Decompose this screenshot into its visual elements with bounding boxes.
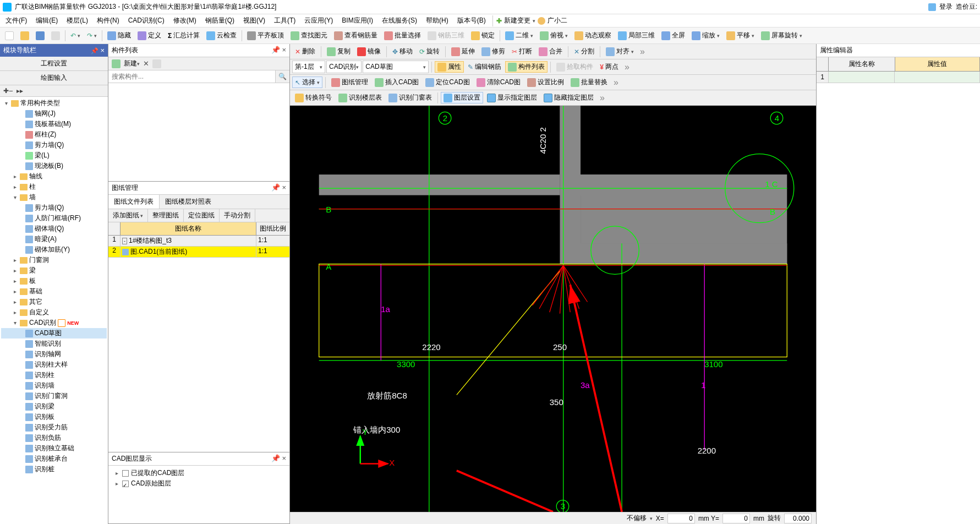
menu-bim[interactable]: BIM应用(I) — [338, 15, 376, 26]
close-button[interactable] — [48, 30, 63, 41]
view-rebar-button[interactable]: 查看钢筋量 — [331, 30, 380, 41]
tab-project-settings[interactable]: 工程设置 — [0, 57, 108, 71]
add-drawing-button[interactable]: 添加图纸▾ — [108, 209, 148, 222]
save-button[interactable] — [33, 30, 47, 41]
menu-modify[interactable]: 修改(M) — [170, 15, 200, 26]
prop-row-1[interactable]: 1 — [817, 72, 980, 83]
cad-rec-select[interactable]: CAD识别▾ — [326, 61, 362, 73]
hide-button[interactable]: 隐藏 — [105, 30, 134, 41]
recognize-door-button[interactable]: 识别门窗表 — [386, 92, 435, 103]
hide-layer-button[interactable]: 隐藏指定图层 — [541, 92, 596, 103]
copy-icon[interactable] — [152, 59, 161, 68]
x-input[interactable] — [667, 514, 695, 523]
overflow-icon[interactable]: » — [638, 47, 647, 57]
menu-floor[interactable]: 楼层(L) — [63, 15, 91, 26]
user-name[interactable]: 广小二 — [548, 16, 567, 25]
sum-calc-button[interactable]: Σ汇总计算 — [165, 30, 202, 41]
cad-draft-select[interactable]: CAD草图▾ — [363, 61, 429, 73]
layer-settings-button[interactable]: 图层设置 — [441, 92, 483, 103]
search-icon[interactable]: 🔍 — [275, 70, 289, 83]
break-button[interactable]: ✂打断 — [509, 46, 535, 57]
manual-split-button[interactable]: 手动分割 — [220, 209, 255, 222]
bird-view-button[interactable]: 俯视▾ — [537, 30, 571, 41]
overflow-icon[interactable]: » — [622, 62, 632, 72]
trim-button[interactable]: 修剪 — [479, 46, 508, 57]
drawing-mgr-button[interactable]: 图纸管理 — [329, 77, 371, 88]
layer-original[interactable]: ▸CAD原始图层 — [111, 478, 287, 489]
two-point-button[interactable]: ¥两点 — [597, 61, 621, 73]
open-button[interactable] — [18, 30, 32, 41]
tree-cad-draft[interactable]: CAD草图 — [1, 328, 107, 339]
menu-online[interactable]: 在线服务(S) — [379, 15, 420, 26]
properties-button[interactable]: 属性 — [435, 61, 464, 73]
menu-cad[interactable]: CAD识别(C) — [125, 15, 168, 26]
menu-version[interactable]: 版本号(B) — [454, 15, 489, 26]
tab-drawing-floor-map[interactable]: 图纸楼层对照表 — [160, 195, 217, 209]
rebar-3d-button[interactable]: 钢筋三维 — [425, 30, 467, 41]
offset-mode[interactable]: 不偏移 — [627, 514, 647, 523]
edit-rebar-button[interactable]: ✎编辑钢筋 — [465, 61, 504, 73]
cloud-check-button[interactable]: 云检查 — [204, 30, 239, 41]
pick-button[interactable]: 拾取构件 — [554, 61, 596, 73]
back-icon[interactable] — [112, 59, 121, 68]
align-top-button[interactable]: 平齐板顶 — [244, 30, 287, 41]
floor-select[interactable]: 第-1层▾ — [292, 61, 325, 73]
menu-help[interactable]: 帮助(H) — [423, 15, 452, 26]
user-avatar-icon[interactable] — [538, 17, 545, 25]
local-3d-button[interactable]: 局部三维 — [615, 30, 658, 41]
new-component-button[interactable]: 新建▾ — [124, 59, 140, 68]
collapse-all-icon[interactable]: ▸▸ — [17, 87, 23, 95]
pin-icon[interactable]: 📌 — [91, 47, 98, 54]
delete-button[interactable]: ✕删除 — [292, 46, 318, 57]
menu-tools[interactable]: 工具(T) — [271, 15, 299, 26]
copy-button[interactable]: 复制 — [324, 46, 353, 57]
redo-button[interactable]: ↷▾ — [84, 31, 100, 41]
login-link[interactable]: 登录 — [939, 2, 952, 12]
locate-cad-button[interactable]: 定位CAD图 — [423, 77, 472, 88]
tab-drawing-files[interactable]: 图纸文件列表 — [108, 195, 160, 209]
close-icon[interactable]: × — [282, 454, 286, 462]
zoom-button[interactable]: 缩放▾ — [689, 30, 722, 41]
component-list-body[interactable] — [108, 83, 289, 181]
align-button[interactable]: 对齐▾ — [603, 46, 637, 57]
rotate-label[interactable]: 旋转 — [768, 514, 781, 523]
lock-button[interactable]: 锁定 — [468, 30, 497, 41]
drawing-row-2[interactable]: 2 图.CAD1(当前图纸) 1:1 — [108, 247, 289, 258]
2d-button[interactable]: 二维▾ — [502, 30, 536, 41]
mirror-button[interactable]: 镜像 — [354, 46, 384, 57]
insert-cad-button[interactable]: 插入CAD图 — [372, 77, 421, 88]
screen-rotate-button[interactable]: 屏幕旋转▾ — [758, 30, 805, 41]
close-icon[interactable]: × — [282, 46, 286, 54]
col-prop-name[interactable]: 属性名称 — [829, 57, 895, 71]
close-icon[interactable]: × — [282, 183, 286, 192]
clear-cad-button[interactable]: 清除CAD图 — [474, 77, 523, 88]
menu-view[interactable]: 视图(V) — [240, 15, 269, 26]
expand-all-icon[interactable]: ✚‒ — [3, 87, 13, 95]
convert-symbol-button[interactable]: 转换符号 — [292, 92, 335, 103]
undo-button[interactable]: ↶▾ — [68, 31, 83, 41]
merge-button[interactable]: 合并 — [536, 46, 565, 57]
set-scale-button[interactable]: 设置比例 — [524, 77, 567, 88]
define-button[interactable]: 定义 — [135, 30, 164, 41]
angle-input[interactable] — [784, 514, 812, 523]
pin-icon[interactable]: 📌 — [271, 183, 280, 192]
col-prop-value[interactable]: 属性值 — [895, 57, 980, 71]
component-list-button[interactable]: 构件列表 — [505, 61, 548, 73]
recognize-floor-button[interactable]: 识别楼层表 — [336, 92, 385, 103]
pan-button[interactable]: 平移▾ — [724, 30, 757, 41]
y-input[interactable] — [722, 514, 750, 523]
batch-select-button[interactable]: 批量选择 — [381, 30, 424, 41]
show-layer-button[interactable]: 显示指定图层 — [484, 92, 540, 103]
close-panel-icon[interactable]: × — [100, 46, 105, 54]
delete-icon[interactable]: ✕ — [143, 59, 149, 68]
clean-drawing-button[interactable]: 整理图纸 — [148, 209, 184, 222]
fullscreen-button[interactable]: 全屏 — [659, 30, 688, 41]
split-button[interactable]: ✕分割 — [571, 46, 597, 57]
extend-button[interactable]: 延伸 — [448, 46, 478, 57]
new-change-button[interactable]: 新建变更 — [504, 16, 530, 25]
component-tree[interactable]: ▾常用构件类型 轴网(J) 筏板基础(M) 框柱(Z) 剪力墙(Q) 梁(L) … — [0, 97, 108, 524]
batch-replace-button[interactable]: 批量替换 — [568, 77, 610, 88]
pin-icon[interactable]: 📌 — [271, 46, 280, 54]
tab-drawing-input[interactable]: 绘图输入 — [0, 71, 108, 85]
menu-rebar[interactable]: 钢筋量(Q) — [202, 15, 238, 26]
